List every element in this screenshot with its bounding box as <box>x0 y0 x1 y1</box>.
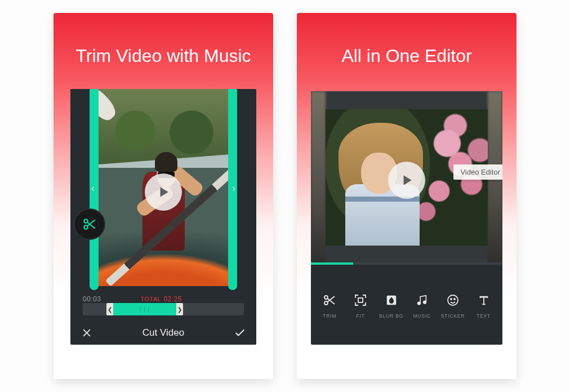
play-button[interactable] <box>388 162 425 199</box>
tool-trim[interactable]: TRIM <box>315 293 344 319</box>
svg-point-6 <box>418 302 421 305</box>
promo-panel-editor: All in One Editor Video Editor <box>297 13 516 379</box>
svg-point-1 <box>84 225 88 229</box>
panel-title: Trim Video with Music <box>54 13 273 66</box>
svg-point-2 <box>324 296 328 299</box>
svg-point-9 <box>451 299 452 300</box>
trim-total-time: TOTAL02:25 <box>141 295 182 303</box>
scissors-icon <box>322 293 337 308</box>
trim-start-time: 00:03 <box>83 295 101 303</box>
cut-video-label: Cut Video <box>142 327 184 338</box>
confirm-button[interactable] <box>234 327 246 339</box>
video-preview: Video Editor <box>311 91 502 264</box>
play-icon <box>156 185 171 199</box>
progress-bar[interactable] <box>311 262 502 265</box>
cut-fab[interactable] <box>74 208 105 240</box>
tool-sticker[interactable]: STICKER <box>439 293 467 319</box>
tool-bar: TRIM FIT BLUR BG <box>311 282 502 345</box>
trim-slider-selection: | | | <box>112 303 177 315</box>
fit-icon <box>353 293 368 308</box>
promo-panel-trim: Trim Video with Music ‹ › <box>54 13 273 379</box>
cancel-button[interactable] <box>81 327 93 339</box>
svg-point-0 <box>84 219 88 223</box>
sticker-icon <box>446 293 460 308</box>
svg-point-3 <box>324 301 328 305</box>
trim-bottom-bar: Cut Video <box>70 321 256 345</box>
tool-text[interactable]: TEXT <box>470 293 498 319</box>
trim-slider-end-grip[interactable]: ❯ <box>176 303 183 315</box>
trim-slider-start-grip[interactable]: ❮ <box>106 303 113 315</box>
tool-blur-bg[interactable]: BLUR BG <box>377 293 406 319</box>
tool-fit[interactable]: FIT <box>346 293 375 319</box>
svg-point-10 <box>454 299 455 300</box>
close-icon <box>81 327 92 338</box>
tool-music[interactable]: MUSIC <box>408 293 436 319</box>
editor-stage: Video Editor TRIM <box>311 91 502 345</box>
chevron-right-icon: › <box>232 182 235 194</box>
trim-handle-right[interactable]: › <box>228 89 237 290</box>
chevron-left-icon: ‹ <box>91 182 95 194</box>
music-icon <box>415 293 429 308</box>
panel-title: All in One Editor <box>297 13 516 66</box>
svg-point-7 <box>424 301 426 304</box>
trim-slider-track[interactable]: | | | ❮ ❯ <box>83 303 244 315</box>
blur-icon <box>384 293 399 308</box>
svg-rect-4 <box>358 298 363 302</box>
trim-handle-left[interactable]: ‹ <box>90 89 99 290</box>
trim-info-bar: 00:03 TOTAL02:25 <box>83 295 244 303</box>
tooltip: Video Editor <box>453 164 502 180</box>
text-icon <box>477 293 491 308</box>
play-button[interactable] <box>145 173 182 211</box>
scissors-icon <box>82 217 97 231</box>
play-icon <box>399 173 414 188</box>
trim-editor: ‹ › 00:03 TOTAL02:25 | | | <box>70 89 256 345</box>
check-icon <box>234 327 246 339</box>
progress-fill <box>311 262 353 265</box>
svg-point-8 <box>448 295 458 305</box>
